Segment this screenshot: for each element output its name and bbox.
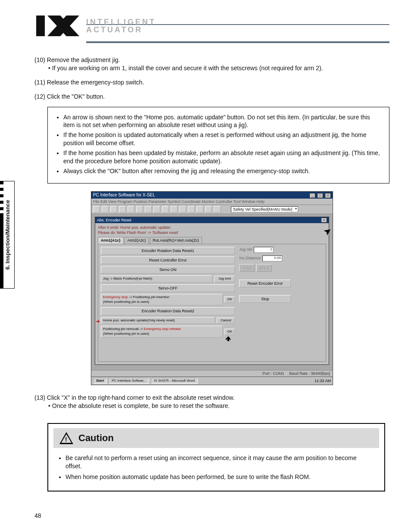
- inner-titlebar: Abs. Encoder Reset ×: [95, 217, 329, 223]
- brand-text: INTELLIGENT ACTUATOR: [86, 18, 156, 34]
- step-text: Release the emergency-stop switch.: [47, 79, 144, 86]
- pin-removal-estop-release-button[interactable]: Positioning pin removal -> Emergency sto…: [101, 326, 223, 338]
- taskbar-item[interactable]: PC Interface Softwar...: [109, 378, 149, 384]
- status-baud: Baud Rate : 38400[bps]: [289, 371, 330, 376]
- up-arrow-icon: 🡹: [225, 335, 231, 343]
- reset-encoder-error-button[interactable]: Reset Encoder Error: [239, 280, 291, 287]
- step-10-sub: If you are working on arm 1, install the…: [48, 64, 389, 72]
- note-item: Always click the "OK" button after remov…: [63, 167, 380, 175]
- taskbar: Start PC Interface Softwar... IX SH375 -…: [91, 376, 333, 385]
- right-arrow-icon: ➔: [96, 318, 100, 325]
- status-port: Port : COM1: [262, 371, 284, 376]
- app-screenshot: PC Interface Software for X-SEL _ □ × Fi…: [91, 191, 333, 386]
- toolbar-button[interactable]: [145, 206, 152, 213]
- window-buttons: _ □ ×: [309, 192, 331, 198]
- toolbar: Safety Vel Specified(MANU Mode): [91, 205, 333, 214]
- abs-encoder-reset-window: ➤ Abs. Encoder Reset × After it ends 'Ho…: [95, 217, 329, 365]
- estop-release-red-text: Emergency stop release: [144, 327, 181, 331]
- toolbar-button[interactable]: [205, 206, 212, 213]
- minimize-icon[interactable]: _: [309, 193, 315, 198]
- toolbar-button[interactable]: [214, 206, 221, 213]
- tab-rot-vert[interactable]: Rot.Axis(Rc)+Vert.Axis(Zc): [150, 237, 202, 243]
- jog-vel-input[interactable]: 2: [254, 247, 274, 253]
- pin-removal-text: Positioning pin removal ->: [103, 327, 144, 331]
- step-number: (12): [34, 93, 45, 100]
- toolbar-button[interactable]: [196, 206, 203, 213]
- ok-button[interactable]: OK: [224, 329, 235, 335]
- hint-line: Please do 'Write Flash Rom' -> 'Software…: [98, 230, 326, 235]
- note-item: An arrow is shown next to the "Home pos.…: [63, 113, 380, 130]
- pin-insert-text: -> Positioning pin insertion: [128, 295, 169, 299]
- inc-distance-label: Inc.Distance: [239, 255, 261, 261]
- step-text: Click "X" in the top right-hand corner t…: [47, 394, 235, 401]
- toolbar-button[interactable]: [119, 206, 126, 213]
- servo-off-button[interactable]: Servo-OFF: [101, 284, 235, 292]
- toolbar-button[interactable]: [136, 206, 143, 213]
- step-13: (13) Click "X" in the top right-hand cor…: [34, 394, 389, 410]
- step-11: (11) Release the emergency-stop switch.: [34, 78, 389, 87]
- estop-pin-insert-button[interactable]: Emergency stop -> Positioning pin insert…: [101, 294, 223, 306]
- toolbar-button[interactable]: [102, 206, 109, 213]
- step-12: (12) Click the "OK" button.: [34, 93, 389, 101]
- inc-distance-input[interactable]: 0.00: [262, 255, 282, 261]
- step-13-sub: Once the absolute reset is complete, be …: [48, 402, 389, 410]
- cancel-button[interactable]: Cancel: [217, 317, 235, 324]
- toolbar-button[interactable]: [110, 206, 117, 213]
- toolbar-button[interactable]: [179, 206, 186, 213]
- caution-box: ! Caution Be careful not to perform a re…: [47, 423, 385, 491]
- encoder-reset2-button[interactable]: Encoder Rotation Data Reset2: [101, 307, 235, 315]
- status-bar: Port : COM1 Baud Rate : 38400[bps]: [91, 370, 333, 376]
- toolbar-button[interactable]: [171, 206, 177, 213]
- close-icon[interactable]: ×: [325, 193, 331, 198]
- note-item: If the home position has been updated by…: [63, 149, 380, 165]
- ix-logo-icon: [34, 13, 82, 39]
- menubar[interactable]: File Edit View Program Position Paramete…: [91, 199, 333, 205]
- estop-red-text: Emergency stop: [103, 295, 128, 299]
- start-button[interactable]: Start: [93, 378, 107, 384]
- svg-rect-0: [36, 16, 45, 36]
- tab-arm1[interactable]: Arm1(A1c): [98, 237, 124, 243]
- app-titlebar: PC Interface Software for X-SEL _ □ ×: [91, 192, 333, 199]
- stop-button[interactable]: Stop: [239, 295, 291, 303]
- brand-line1: INTELLIGENT: [86, 18, 156, 26]
- toolbar-button[interactable]: [128, 206, 134, 213]
- pin-note: (When positioning pin is used): [103, 300, 149, 304]
- step-number: (11): [34, 79, 45, 86]
- maximize-icon[interactable]: □: [317, 193, 323, 198]
- jog-pos-button[interactable]: (+ ) ->: [256, 264, 272, 272]
- toolbar-button[interactable]: [188, 206, 195, 213]
- toolbar-button[interactable]: [93, 206, 100, 213]
- warning-triangle-icon: !: [59, 432, 73, 444]
- servo-on-button[interactable]: Servo ON: [101, 266, 235, 274]
- safety-mode-select[interactable]: Safety Vel Specified(MANU Mode): [231, 206, 298, 212]
- jog-vel-label: Jog Vel: [239, 247, 252, 252]
- toolbar-button[interactable]: [162, 206, 169, 213]
- note-item: If the home position is updated automati…: [63, 131, 380, 147]
- taskbar-clock: 11:32 AM: [314, 378, 331, 383]
- taskbar-item[interactable]: IX SH375 - Microsoft Word: [151, 378, 198, 384]
- jog-basic-pos-button[interactable]: Jog -> Basic Position(Eye Mark): [101, 275, 212, 283]
- caution-item: Be careful not to perform a reset using …: [65, 454, 374, 470]
- brand-line2: ACTUATOR: [86, 26, 156, 34]
- home-pos-auto-update-button[interactable]: Home pos. automatic update(Only newly re…: [101, 317, 215, 324]
- page-number: 48: [34, 512, 41, 519]
- ok-button[interactable]: OK: [224, 296, 235, 303]
- jog-neg-button[interactable]: <- (-): [239, 264, 255, 272]
- inner-close-icon[interactable]: ×: [321, 218, 327, 223]
- tab-stripe: [0, 181, 3, 288]
- toolbar-button[interactable]: [153, 206, 160, 213]
- pin-note: (When positioning pin is used): [103, 332, 149, 336]
- encoder-reset1-button[interactable]: Encoder Rotation Data Reset1: [101, 247, 235, 255]
- jog-end-button[interactable]: Jog end: [214, 276, 235, 282]
- app-title: PC Interface Software for X-SEL: [93, 192, 155, 198]
- inner-title-text: Abs. Encoder Reset: [97, 218, 131, 223]
- section-tab: 6. Inspection/Maintenance: [0, 181, 15, 289]
- reset-controller-error-button[interactable]: Reset Controller Error: [101, 256, 235, 264]
- hint-line: After it ends 'Home pos. automatic updat…: [98, 225, 326, 230]
- section-tab-label: 6. Inspection/Maintenance: [4, 200, 10, 270]
- caution-header: ! Caution: [53, 428, 379, 448]
- step-text: Click the "OK" button.: [47, 93, 105, 100]
- tab-arm2[interactable]: Arm2(A2c): [125, 237, 149, 243]
- caution-title: Caution: [78, 432, 114, 445]
- step-number: (10): [34, 56, 45, 63]
